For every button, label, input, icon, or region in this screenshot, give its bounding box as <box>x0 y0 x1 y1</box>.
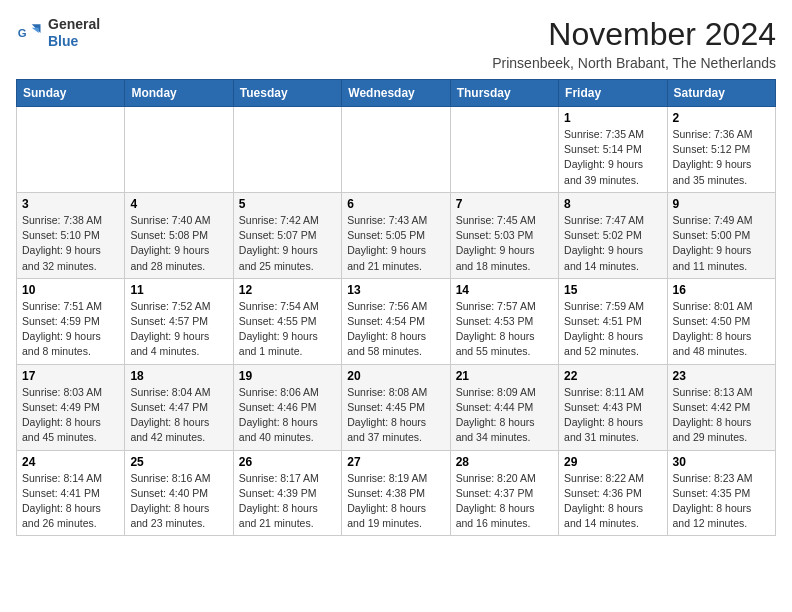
calendar-cell: 20Sunrise: 8:08 AM Sunset: 4:45 PM Dayli… <box>342 364 450 450</box>
calendar-cell <box>233 107 341 193</box>
day-number: 8 <box>564 197 661 211</box>
calendar-week-1: 1Sunrise: 7:35 AM Sunset: 5:14 PM Daylig… <box>17 107 776 193</box>
day-info: Sunrise: 8:08 AM Sunset: 4:45 PM Dayligh… <box>347 385 444 446</box>
calendar-cell: 2Sunrise: 7:36 AM Sunset: 5:12 PM Daylig… <box>667 107 775 193</box>
calendar-cell: 22Sunrise: 8:11 AM Sunset: 4:43 PM Dayli… <box>559 364 667 450</box>
day-info: Sunrise: 8:16 AM Sunset: 4:40 PM Dayligh… <box>130 471 227 532</box>
calendar-cell: 9Sunrise: 7:49 AM Sunset: 5:00 PM Daylig… <box>667 192 775 278</box>
day-number: 3 <box>22 197 119 211</box>
day-info: Sunrise: 8:19 AM Sunset: 4:38 PM Dayligh… <box>347 471 444 532</box>
month-title: November 2024 <box>492 16 776 53</box>
page-header: G General Blue November 2024 Prinsenbeek… <box>16 16 776 71</box>
calendar-body: 1Sunrise: 7:35 AM Sunset: 5:14 PM Daylig… <box>17 107 776 536</box>
calendar-cell <box>17 107 125 193</box>
day-number: 21 <box>456 369 553 383</box>
calendar-week-2: 3Sunrise: 7:38 AM Sunset: 5:10 PM Daylig… <box>17 192 776 278</box>
col-friday: Friday <box>559 80 667 107</box>
day-number: 7 <box>456 197 553 211</box>
day-number: 2 <box>673 111 770 125</box>
calendar-week-4: 17Sunrise: 8:03 AM Sunset: 4:49 PM Dayli… <box>17 364 776 450</box>
day-info: Sunrise: 8:17 AM Sunset: 4:39 PM Dayligh… <box>239 471 336 532</box>
day-info: Sunrise: 8:09 AM Sunset: 4:44 PM Dayligh… <box>456 385 553 446</box>
day-number: 29 <box>564 455 661 469</box>
svg-marker-2 <box>32 28 39 33</box>
logo-blue: Blue <box>48 33 100 50</box>
col-thursday: Thursday <box>450 80 558 107</box>
calendar-cell: 8Sunrise: 7:47 AM Sunset: 5:02 PM Daylig… <box>559 192 667 278</box>
day-info: Sunrise: 7:35 AM Sunset: 5:14 PM Dayligh… <box>564 127 661 188</box>
day-number: 10 <box>22 283 119 297</box>
day-info: Sunrise: 8:04 AM Sunset: 4:47 PM Dayligh… <box>130 385 227 446</box>
day-info: Sunrise: 8:11 AM Sunset: 4:43 PM Dayligh… <box>564 385 661 446</box>
day-info: Sunrise: 7:43 AM Sunset: 5:05 PM Dayligh… <box>347 213 444 274</box>
col-tuesday: Tuesday <box>233 80 341 107</box>
day-info: Sunrise: 8:22 AM Sunset: 4:36 PM Dayligh… <box>564 471 661 532</box>
calendar-cell: 3Sunrise: 7:38 AM Sunset: 5:10 PM Daylig… <box>17 192 125 278</box>
day-number: 9 <box>673 197 770 211</box>
day-number: 26 <box>239 455 336 469</box>
day-number: 23 <box>673 369 770 383</box>
calendar-cell: 19Sunrise: 8:06 AM Sunset: 4:46 PM Dayli… <box>233 364 341 450</box>
calendar-cell: 12Sunrise: 7:54 AM Sunset: 4:55 PM Dayli… <box>233 278 341 364</box>
day-number: 4 <box>130 197 227 211</box>
calendar-cell: 28Sunrise: 8:20 AM Sunset: 4:37 PM Dayli… <box>450 450 558 536</box>
day-number: 1 <box>564 111 661 125</box>
calendar-cell: 26Sunrise: 8:17 AM Sunset: 4:39 PM Dayli… <box>233 450 341 536</box>
calendar-cell: 5Sunrise: 7:42 AM Sunset: 5:07 PM Daylig… <box>233 192 341 278</box>
calendar-week-5: 24Sunrise: 8:14 AM Sunset: 4:41 PM Dayli… <box>17 450 776 536</box>
day-number: 19 <box>239 369 336 383</box>
calendar-cell: 10Sunrise: 7:51 AM Sunset: 4:59 PM Dayli… <box>17 278 125 364</box>
calendar-cell: 13Sunrise: 7:56 AM Sunset: 4:54 PM Dayli… <box>342 278 450 364</box>
calendar-header: Sunday Monday Tuesday Wednesday Thursday… <box>17 80 776 107</box>
calendar-cell: 25Sunrise: 8:16 AM Sunset: 4:40 PM Dayli… <box>125 450 233 536</box>
day-number: 17 <box>22 369 119 383</box>
day-number: 14 <box>456 283 553 297</box>
day-info: Sunrise: 7:57 AM Sunset: 4:53 PM Dayligh… <box>456 299 553 360</box>
calendar-cell: 4Sunrise: 7:40 AM Sunset: 5:08 PM Daylig… <box>125 192 233 278</box>
day-info: Sunrise: 8:23 AM Sunset: 4:35 PM Dayligh… <box>673 471 770 532</box>
calendar-cell: 7Sunrise: 7:45 AM Sunset: 5:03 PM Daylig… <box>450 192 558 278</box>
day-number: 16 <box>673 283 770 297</box>
day-info: Sunrise: 7:42 AM Sunset: 5:07 PM Dayligh… <box>239 213 336 274</box>
day-info: Sunrise: 7:36 AM Sunset: 5:12 PM Dayligh… <box>673 127 770 188</box>
day-info: Sunrise: 8:01 AM Sunset: 4:50 PM Dayligh… <box>673 299 770 360</box>
day-info: Sunrise: 7:51 AM Sunset: 4:59 PM Dayligh… <box>22 299 119 360</box>
day-info: Sunrise: 8:03 AM Sunset: 4:49 PM Dayligh… <box>22 385 119 446</box>
calendar-cell <box>450 107 558 193</box>
calendar-cell: 6Sunrise: 7:43 AM Sunset: 5:05 PM Daylig… <box>342 192 450 278</box>
logo: G General Blue <box>16 16 100 50</box>
calendar-cell: 24Sunrise: 8:14 AM Sunset: 4:41 PM Dayli… <box>17 450 125 536</box>
calendar-cell: 15Sunrise: 7:59 AM Sunset: 4:51 PM Dayli… <box>559 278 667 364</box>
location-subtitle: Prinsenbeek, North Brabant, The Netherla… <box>492 55 776 71</box>
day-number: 12 <box>239 283 336 297</box>
logo-general: General <box>48 16 100 33</box>
day-info: Sunrise: 8:14 AM Sunset: 4:41 PM Dayligh… <box>22 471 119 532</box>
day-info: Sunrise: 8:20 AM Sunset: 4:37 PM Dayligh… <box>456 471 553 532</box>
day-info: Sunrise: 7:54 AM Sunset: 4:55 PM Dayligh… <box>239 299 336 360</box>
calendar-cell: 30Sunrise: 8:23 AM Sunset: 4:35 PM Dayli… <box>667 450 775 536</box>
calendar-cell: 23Sunrise: 8:13 AM Sunset: 4:42 PM Dayli… <box>667 364 775 450</box>
calendar-cell: 18Sunrise: 8:04 AM Sunset: 4:47 PM Dayli… <box>125 364 233 450</box>
day-info: Sunrise: 7:47 AM Sunset: 5:02 PM Dayligh… <box>564 213 661 274</box>
day-number: 6 <box>347 197 444 211</box>
day-info: Sunrise: 8:13 AM Sunset: 4:42 PM Dayligh… <box>673 385 770 446</box>
day-info: Sunrise: 7:59 AM Sunset: 4:51 PM Dayligh… <box>564 299 661 360</box>
day-info: Sunrise: 8:06 AM Sunset: 4:46 PM Dayligh… <box>239 385 336 446</box>
day-info: Sunrise: 7:38 AM Sunset: 5:10 PM Dayligh… <box>22 213 119 274</box>
calendar-cell: 27Sunrise: 8:19 AM Sunset: 4:38 PM Dayli… <box>342 450 450 536</box>
calendar-cell: 21Sunrise: 8:09 AM Sunset: 4:44 PM Dayli… <box>450 364 558 450</box>
day-number: 13 <box>347 283 444 297</box>
calendar-table: Sunday Monday Tuesday Wednesday Thursday… <box>16 79 776 536</box>
col-saturday: Saturday <box>667 80 775 107</box>
calendar-cell: 16Sunrise: 8:01 AM Sunset: 4:50 PM Dayli… <box>667 278 775 364</box>
header-row: Sunday Monday Tuesday Wednesday Thursday… <box>17 80 776 107</box>
calendar-cell: 14Sunrise: 7:57 AM Sunset: 4:53 PM Dayli… <box>450 278 558 364</box>
day-number: 15 <box>564 283 661 297</box>
day-number: 11 <box>130 283 227 297</box>
calendar-cell <box>125 107 233 193</box>
day-info: Sunrise: 7:56 AM Sunset: 4:54 PM Dayligh… <box>347 299 444 360</box>
svg-text:G: G <box>18 26 27 38</box>
day-info: Sunrise: 7:52 AM Sunset: 4:57 PM Dayligh… <box>130 299 227 360</box>
day-number: 30 <box>673 455 770 469</box>
day-number: 27 <box>347 455 444 469</box>
